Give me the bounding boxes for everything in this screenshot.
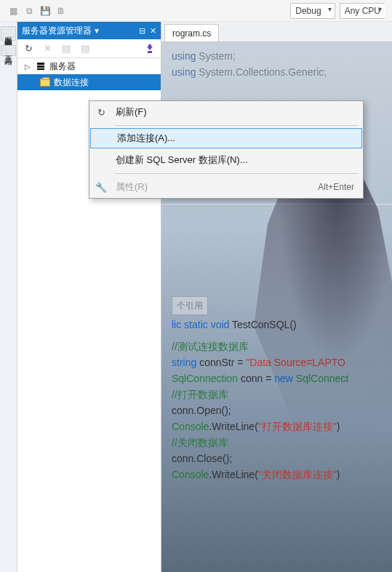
menu-item-refresh[interactable]: ↻ 刷新(F) <box>89 101 363 123</box>
stop-icon: ✕ <box>41 42 54 55</box>
code-comment: //测试连接数据库 <box>172 338 392 354</box>
tool-icon-2: ▨ <box>79 42 92 55</box>
code-text: using <box>172 66 196 78</box>
menu-item-properties: 🔧 属性(R) Alt+Enter <box>89 176 363 198</box>
menu-shortcut: Alt+Enter <box>318 182 363 192</box>
menu-label: 属性(R) <box>113 180 318 194</box>
menu-item-add-connection[interactable]: 添加连接(A)... <box>90 128 362 148</box>
panel-header: 服务器资源管理器 ▾ ⊟ ✕ <box>17 22 161 39</box>
code-text: System <box>199 50 233 62</box>
code-text: string <box>172 357 196 368</box>
code-comment: //打开数据库 <box>172 386 392 402</box>
code-text: new <box>274 373 293 384</box>
tool-icon-1: ▨ <box>60 42 73 55</box>
close-panel-icon[interactable]: ✕ <box>150 26 156 36</box>
menu-label: 创建新 SQL Server 数据库(N)... <box>113 154 363 167</box>
code-text: void <box>211 319 230 330</box>
tree-node-servers[interactable]: ▷ 服务器 <box>17 58 161 74</box>
code-text: SqlConnect <box>296 373 348 384</box>
code-text: lic static <box>172 319 208 330</box>
code-comment: //关闭数据库 <box>172 434 392 450</box>
code-text: using <box>172 50 196 62</box>
menu-label: 添加连接(A)... <box>114 132 361 145</box>
refresh-icon: ↻ <box>89 107 113 118</box>
save-all-icon[interactable]: 🗎 <box>55 5 67 17</box>
code-text: "Data Source=LAPTO <box>246 357 345 368</box>
menu-item-create-sql-db[interactable]: 创建新 SQL Server 数据库(N)... <box>89 149 363 171</box>
code-text: .WriteLine( <box>209 421 257 432</box>
config-dropdown[interactable]: Debug <box>290 3 335 19</box>
wrench-icon: 🔧 <box>89 182 113 193</box>
code-text: conn.Open(); <box>172 402 392 418</box>
context-menu: ↻ 刷新(F) 添加连接(A)... 创建新 SQL Server 数据库(N)… <box>89 100 364 199</box>
server-icon <box>35 60 47 72</box>
svg-rect-3 <box>37 68 44 70</box>
refresh-icon[interactable]: ↻ <box>22 42 35 55</box>
code-text: System.Collections.Generic <box>199 66 324 78</box>
code-text: "打开数据库连接" <box>258 421 337 432</box>
menu-separator <box>114 125 359 126</box>
toolbar-icon-2[interactable]: ⧉ <box>23 5 35 17</box>
code-text: conn.Close(); <box>172 450 392 466</box>
tree-node-data-connections[interactable]: 数据连接 <box>17 74 161 90</box>
editor-tabstrip: rogram.cs <box>161 22 392 42</box>
panel-title: 服务器资源管理器 <box>22 25 92 37</box>
tree-label-data-connections: 数据连接 <box>54 76 89 89</box>
code-text: "关闭数据库连接" <box>258 469 337 480</box>
platform-dropdown[interactable]: Any CPU <box>340 3 385 19</box>
code-text: conn <box>241 373 263 384</box>
save-icon[interactable]: 💾 <box>39 5 51 17</box>
database-icon <box>39 76 51 88</box>
panel-dropdown-icon[interactable]: ▾ <box>95 25 99 36</box>
connect-icon[interactable] <box>143 42 156 55</box>
svg-rect-0 <box>148 51 152 53</box>
code-text: SqlConnection <box>172 373 238 384</box>
code-text: TestConSQL <box>232 319 289 330</box>
code-text: Console <box>172 421 209 432</box>
svg-rect-1 <box>37 63 44 65</box>
tree-label-servers: 服务器 <box>49 60 76 73</box>
code-text: Console <box>172 469 209 480</box>
expander-icon[interactable]: ▷ <box>23 62 32 71</box>
menu-label: 刷新(F) <box>113 106 363 119</box>
code-text: connStr <box>199 357 234 368</box>
main-toolbar: ▦ ⧉ 💾 🗎 Debug Any CPU <box>0 0 392 22</box>
svg-rect-2 <box>37 65 44 68</box>
pin-icon[interactable]: ⊟ <box>139 26 145 36</box>
vtab-server-explorer[interactable]: 服务器资源管理器 <box>1 26 16 41</box>
editor-tab-program[interactable]: rogram.cs <box>164 24 219 41</box>
vtab-toolbox[interactable]: 工具箱 <box>1 45 16 56</box>
vertical-tabs: 服务器资源管理器 工具箱 <box>0 22 17 572</box>
toolbar-icon-1[interactable]: ▦ <box>7 5 19 17</box>
menu-separator <box>114 173 359 174</box>
panel-toolbar: ↻ ✕ ▨ ▨ <box>17 39 161 58</box>
code-text: .WriteLine( <box>209 469 257 480</box>
codelens-references[interactable]: 个引用 <box>172 296 208 315</box>
